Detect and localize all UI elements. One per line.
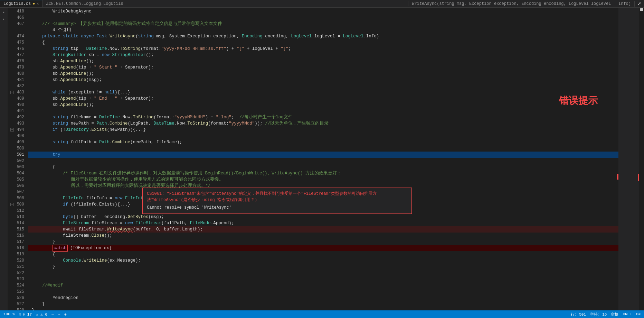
gutter-line-499: 499 xyxy=(8,139,26,145)
error-annotation: 错误提示 xyxy=(559,94,598,107)
encoding-info: CRLF xyxy=(623,312,632,316)
gutter-line-474: 474 xyxy=(8,33,26,39)
close-icon[interactable]: × xyxy=(37,2,39,6)
gutter-line-418: 418 xyxy=(8,8,26,15)
gutter-line-466: 466 xyxy=(8,15,26,21)
fold-icon[interactable]: − xyxy=(10,91,14,94)
error-method: WriteAsync xyxy=(107,226,133,233)
gutter-line-519: 519 xyxy=(8,251,26,257)
tab-logutils-full-label: ZCN.NET.Common.Logging.LogUtils xyxy=(46,1,123,6)
gutter-line-508: 508 xyxy=(8,195,26,201)
code-line-521: } xyxy=(28,264,618,270)
gutter-line-506: 506 xyxy=(8,183,26,189)
status-left: 100 % ⊗ ⊗ 17 ⚠ ⚠ 0 ← → ⊙ xyxy=(3,312,67,317)
error-tooltip: CS1061: "FileStream"未包含"WriteAsync"的定义，并… xyxy=(142,188,412,214)
gutter-line-528: 528 xyxy=(8,307,26,310)
zoom-level[interactable]: 100 % xyxy=(3,312,15,316)
code-line-516: fileStream.Close(); xyxy=(28,233,618,239)
nav-forward[interactable]: → xyxy=(58,312,60,316)
window-controls: ⤢ xyxy=(634,1,644,7)
gutter-line-517: 517 xyxy=(8,239,26,245)
gutter-line-489: 489 xyxy=(8,96,26,102)
code-line-522 xyxy=(28,270,618,276)
code-line-482 xyxy=(28,83,618,89)
code-editor[interactable]: WriteDebugAsync /// <summary> 【异步方式】使用指定… xyxy=(28,8,618,310)
gutter-line-479: 479 xyxy=(8,64,26,71)
line-info: 行: 501 xyxy=(571,312,586,317)
line-number-gutter: 418466467474475476477478479480481482−483… xyxy=(8,8,28,310)
minimap-error-marker xyxy=(638,174,639,181)
code-line-498 xyxy=(28,133,618,139)
code-line-466 xyxy=(28,15,618,21)
nav-back[interactable]: ← xyxy=(51,312,54,316)
code-line-483: while (exception != null){...} xyxy=(28,89,618,96)
warning-count-label: ⚠ 0 xyxy=(40,312,47,317)
minimap[interactable] xyxy=(618,8,639,310)
title-bar: LogUtils.cs ● × ZCN.NET.Common.Logging.L… xyxy=(0,0,644,8)
comment-text: 而对于数据量较少的读写操作，使用异步方式的速度可能会比同步方式要慢。 xyxy=(63,176,224,183)
tooltip-resolve-line: Cannot resolve symbol 'WriteAsync' xyxy=(147,205,407,211)
gutter-line-490: 490 xyxy=(8,102,26,108)
code-line-515: await fileStream.WriteAsync(buffer, 0, b… xyxy=(28,226,618,233)
status-bar: 100 % ⊗ ⊗ 17 ⚠ ⚠ 0 ← → ⊙ 行: 501 字符: 16 空… xyxy=(0,310,644,318)
code-line-525 xyxy=(28,289,618,295)
gutter-line-515: 515 xyxy=(8,226,26,233)
gutter-line-481: 481 xyxy=(8,77,26,83)
gutter-line-522: 522 xyxy=(8,270,26,276)
code-line-492: string fileName = DateTime.Now.ToString(… xyxy=(28,114,618,120)
warning-icon: ⚠ xyxy=(36,312,38,317)
scrollbar-track[interactable] xyxy=(639,8,644,310)
status-right: 行: 501 字符: 16 空格 CRLF C# xyxy=(571,312,641,317)
code-line-517: } xyxy=(28,239,618,245)
gutter-line-503: 503 xyxy=(8,164,26,170)
code-line-523 xyxy=(28,276,618,282)
sidebar-icon-2: ▸ xyxy=(1,16,7,22)
code-line-500 xyxy=(28,145,618,152)
tab-logutils[interactable]: LogUtils.cs ● × xyxy=(0,0,42,7)
code-line-527: } xyxy=(28,301,618,307)
gutter-line-478: 478 xyxy=(8,58,26,64)
gutter-line-475: 475 xyxy=(8,39,26,46)
gutter-line-476: 476 xyxy=(8,46,26,52)
code-line-528: } xyxy=(28,307,618,310)
catch-keyword: catch xyxy=(53,245,68,252)
code-line-481: sb.AppendLine(msg); xyxy=(28,77,618,83)
error-count[interactable]: ⊗ ⊗ 17 xyxy=(19,312,32,317)
editor-main: ▸ ▸ 418466467474475476477478479480481482… xyxy=(0,8,644,310)
gutter-line-501: 501 xyxy=(8,152,26,158)
gutter-line-3 xyxy=(8,27,26,33)
comment-text: /// <summary> 【异步方式】使用指定的编码方式将自定义信息与异常信息… xyxy=(42,21,222,27)
tab-logutils-label: LogUtils.cs xyxy=(3,1,31,6)
gutter-line-524: 524 xyxy=(8,282,26,289)
gutter-line-513: 513 xyxy=(8,214,26,220)
gutter-line-505: 505 xyxy=(8,176,26,183)
code-line-524: //#endif xyxy=(28,282,618,289)
code-line-480: sb.AppendLine(); xyxy=(28,71,618,77)
gutter-line-493: 493 xyxy=(8,120,26,127)
code-line-479: sb.Append(tip + " Start " + Separator); xyxy=(28,64,618,71)
expand-icon[interactable]: ⤢ xyxy=(637,1,641,7)
error-icon: ⊗ xyxy=(19,312,21,317)
gutter-line-504: 504 xyxy=(8,170,26,176)
code-line-493: string newPath = Path.Combine(LogPath, D… xyxy=(28,120,618,127)
warning-count[interactable]: ⚠ ⚠ 0 xyxy=(36,312,47,317)
gutter-line-483: −483 xyxy=(8,89,26,96)
code-line-505: 而对于数据量较少的读写操作，使用异步方式的速度可能会比同步方式要慢。 xyxy=(28,176,618,183)
fold-icon[interactable]: − xyxy=(10,203,14,206)
gutter-line-507: 507 xyxy=(8,189,26,195)
gutter-line-514: 514 xyxy=(8,220,26,226)
nav-history[interactable]: ⊙ xyxy=(64,312,67,317)
error-count-label: ⊗ 17 xyxy=(23,312,32,317)
tab-logutils-full[interactable]: ZCN.NET.Common.Logging.LogUtils xyxy=(42,0,127,7)
code-line-3: 4 个引用 xyxy=(28,27,618,33)
tab-logutils-icon: ● xyxy=(32,1,35,6)
scrollbar-thumb[interactable] xyxy=(640,8,643,11)
gutter-line-518: 518 xyxy=(8,245,26,251)
spaces-info: 空格 xyxy=(611,312,618,317)
format-info: C# xyxy=(636,312,641,316)
code-line-418: WriteDebugAsync xyxy=(28,8,618,15)
code-line-520: Console.WriteLine(ex.Message); xyxy=(28,257,618,264)
code-line-502 xyxy=(28,158,618,164)
fold-icon[interactable]: − xyxy=(10,128,14,131)
left-sidebar: ▸ ▸ xyxy=(0,8,8,310)
